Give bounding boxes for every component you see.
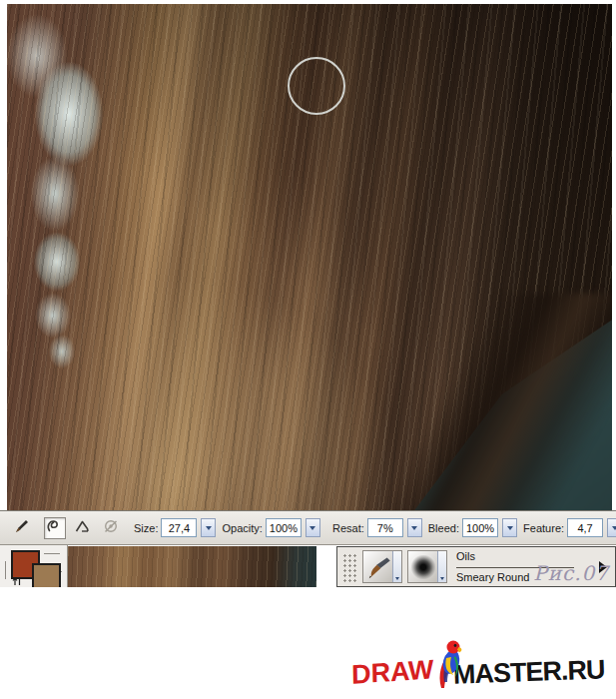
brush-category-name[interactable]: Oils xyxy=(456,550,592,563)
page: Size: 27,4 Opacity: 100% Resat: 7% Bleed… xyxy=(0,0,616,699)
brush-selector-panel: Oils Smeary Round Рис.07 xyxy=(336,546,616,587)
size-field: Size: 27,4 xyxy=(134,518,216,537)
chevron-down-icon xyxy=(411,526,417,530)
size-input[interactable]: 27,4 xyxy=(161,518,197,537)
chevron-down-icon xyxy=(395,577,399,580)
bleed-dropdown-button[interactable] xyxy=(502,518,517,537)
clone-color-icon xyxy=(101,518,121,538)
opacity-input[interactable]: 100% xyxy=(266,518,302,537)
dark-hair-strand xyxy=(366,294,612,510)
brush-category-icon xyxy=(363,551,392,582)
resat-label: Resat: xyxy=(332,522,364,534)
drawmaster-watermark: DRAW MASTER.RU xyxy=(351,640,604,694)
feature-label: Feature: xyxy=(523,522,564,534)
color-swatch-panel xyxy=(0,545,68,587)
brush-cursor-circle xyxy=(288,57,345,115)
straight-line-stroke-button[interactable] xyxy=(72,517,94,539)
bleed-label: Bleed: xyxy=(428,522,459,534)
back-color-swatch[interactable] xyxy=(32,563,61,587)
opacity-label: Opacity: xyxy=(222,522,262,534)
chevron-down-icon xyxy=(507,526,513,530)
chevron-down-icon xyxy=(206,526,212,530)
brush-variant-dropdown[interactable] xyxy=(437,551,446,582)
logo-master-text: MASTER.RU xyxy=(452,654,604,690)
canvas-fragment-strip xyxy=(68,546,316,587)
chevron-down-icon xyxy=(440,577,444,580)
property-bar: Size: 27,4 Opacity: 100% Resat: 7% Bleed… xyxy=(0,510,616,545)
opacity-dropdown-button[interactable] xyxy=(306,518,320,537)
brush-dab-preview-icon xyxy=(408,551,437,582)
freehand-stroke-button[interactable] xyxy=(44,517,66,539)
flyout-menu-arrow-icon[interactable] xyxy=(599,561,607,573)
feature-input[interactable]: 4,7 xyxy=(567,518,603,537)
feature-dropdown-button[interactable] xyxy=(607,518,616,537)
brush-variant-button[interactable] xyxy=(407,550,447,583)
resat-field: Resat: 7% xyxy=(332,518,422,537)
painting-canvas[interactable] xyxy=(7,4,612,510)
straight-line-stroke-icon xyxy=(73,518,93,538)
panel-frame-line xyxy=(44,553,60,554)
resat-input[interactable]: 7% xyxy=(367,518,403,537)
brush-category-button[interactable] xyxy=(362,550,402,583)
chevron-down-icon xyxy=(309,526,315,530)
divider xyxy=(456,567,574,568)
logo-draw-text: DRAW xyxy=(351,654,434,691)
bleed-input[interactable]: 100% xyxy=(462,518,498,537)
brush-category-dropdown[interactable] xyxy=(392,551,401,582)
brush-selector-grip[interactable] xyxy=(341,552,357,582)
resat-dropdown-button[interactable] xyxy=(407,518,422,537)
panel-frame-line xyxy=(5,561,6,579)
brush-tool-icon xyxy=(13,517,31,539)
brush-tool-button[interactable] xyxy=(12,517,32,539)
parrot-logo-icon xyxy=(432,638,464,694)
brush-variant-name[interactable]: Smeary Round xyxy=(456,571,592,584)
brush-info: Oils Smeary Round xyxy=(452,547,594,586)
size-label: Size: xyxy=(134,522,158,534)
feature-field: Feature: 4,7 xyxy=(523,518,616,537)
opacity-field: Opacity: 100% xyxy=(222,518,320,537)
chevron-down-icon xyxy=(612,526,616,530)
bleed-field: Bleed: 100% xyxy=(428,518,517,537)
clone-color-button[interactable] xyxy=(100,517,122,539)
freehand-stroke-icon xyxy=(45,518,65,538)
size-dropdown-button[interactable] xyxy=(201,518,216,537)
